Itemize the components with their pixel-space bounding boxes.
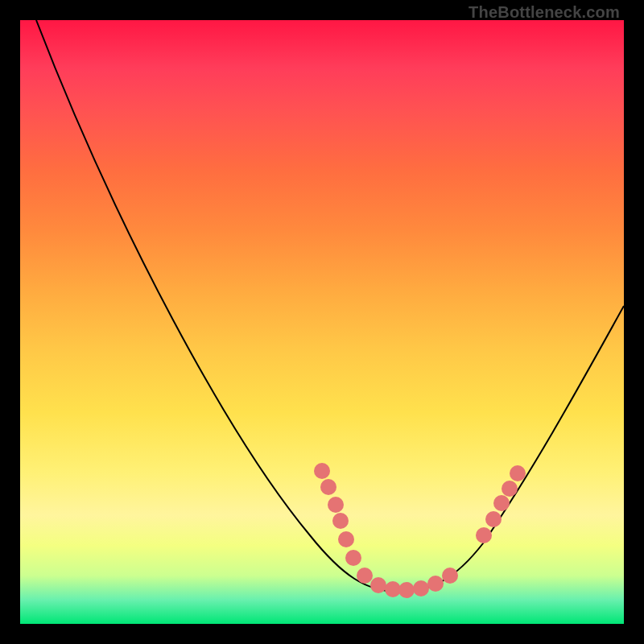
watermark-text: TheBottleneck.com	[469, 3, 620, 22]
gradient-background	[20, 20, 624, 624]
chart-frame	[20, 20, 624, 624]
